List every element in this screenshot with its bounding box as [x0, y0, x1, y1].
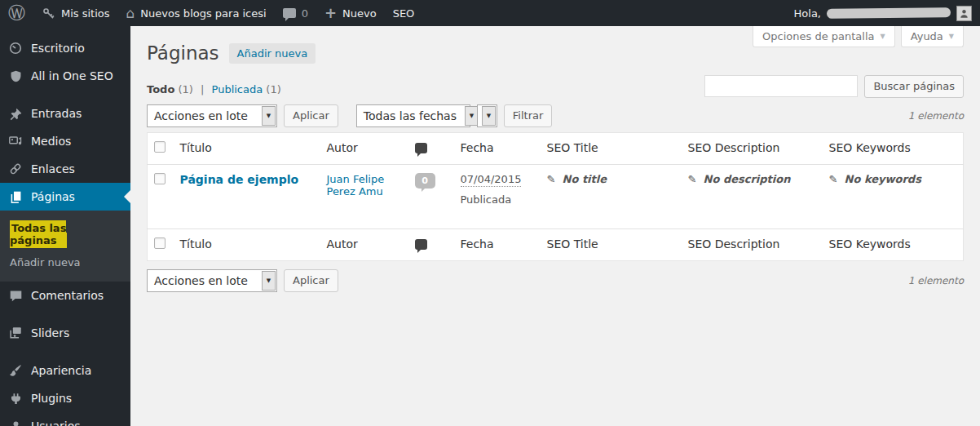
comment-count-badge[interactable]: 0 — [415, 173, 435, 189]
column-seo-keywords: SEO Keywords — [823, 132, 964, 164]
select-all-checkbox[interactable] — [154, 141, 166, 153]
view-published-count: (1) — [266, 83, 280, 95]
add-new-button[interactable]: Añadir nueva — [229, 43, 316, 64]
screen-options-label: Opciones de pantalla — [762, 30, 874, 42]
media-icon — [7, 133, 24, 149]
table-row: Página de ejemplo Juan Felipe Perez Amu … — [148, 164, 964, 229]
comments-shortcut[interactable]: 0 — [275, 0, 316, 26]
sidebar-item-links[interactable]: Enlaces — [0, 155, 130, 183]
table-header-row: Título Autor Fecha SEO Title SEO Descrip… — [148, 132, 964, 164]
column-seo-keywords: SEO Keywords — [823, 229, 964, 260]
seo-label: SEO — [393, 7, 415, 20]
chevron-down-icon: ▼ — [949, 33, 954, 40]
bulk-actions-select-bottom[interactable]: Acciones en lote ▼ — [147, 269, 277, 292]
page-status: Publicada — [461, 193, 534, 206]
sidebar-item-posts[interactable]: Entradas — [0, 100, 130, 127]
home-icon: ⌂ — [126, 7, 135, 20]
view-all-link[interactable]: Todo — [147, 83, 174, 95]
view-all-count: (1) — [178, 83, 192, 95]
view-published-link[interactable]: Publicada — [212, 83, 263, 95]
help-button[interactable]: Ayuda ▼ — [901, 26, 964, 47]
sidebar-item-dashboard[interactable]: Escritorio — [0, 34, 130, 62]
filter-button[interactable]: Filtrar — [504, 104, 553, 127]
pencil-icon[interactable]: ✎ — [547, 173, 556, 185]
submenu-add-new[interactable]: Añadir nueva — [0, 251, 130, 273]
admin-bar-account[interactable]: Hola, — [794, 6, 980, 21]
author-link[interactable]: Juan Felipe Perez Amu — [327, 173, 385, 197]
search-input[interactable] — [704, 75, 858, 97]
item-count: 1 elemento — [908, 275, 964, 286]
sidebar-item-sliders[interactable]: Sliders — [0, 319, 130, 347]
comments-column-icon[interactable] — [415, 143, 427, 153]
plus-icon: + — [324, 6, 337, 20]
greeting-label: Hola, — [794, 7, 821, 20]
submenu-all-pages[interactable]: Todas las páginas — [0, 217, 130, 251]
sidebar-item-label: Enlaces — [31, 162, 75, 175]
posts-pin-icon — [7, 105, 24, 122]
page-title-link[interactable]: Página de ejemplo — [180, 173, 299, 186]
row-checkbox[interactable] — [154, 173, 166, 184]
column-seo-title: SEO Title — [541, 132, 682, 164]
bulk-actions-select[interactable]: Acciones en lote ▼ — [147, 104, 277, 127]
admin-bar: Ⓦ Mis sitios ⌂ Nuevos blogs para icesi 0… — [0, 0, 980, 26]
column-date[interactable]: Fecha — [454, 229, 541, 260]
column-title[interactable]: Título — [174, 132, 320, 164]
apply-button[interactable]: Aplicar — [284, 104, 338, 127]
sidebar-item-label: Páginas — [31, 190, 75, 203]
table-footer-row: Título Autor Fecha SEO Title SEO Descrip… — [148, 229, 964, 260]
seo-menu[interactable]: SEO — [385, 0, 423, 26]
comment-count: 0 — [302, 7, 308, 20]
apply-button-bottom[interactable]: Aplicar — [284, 269, 338, 292]
seo-description-value: No description — [704, 173, 791, 185]
plug-icon — [7, 390, 24, 406]
site-name-menu[interactable]: ⌂ Nuevos blogs para icesi — [118, 0, 275, 26]
pages-submenu: Todas las páginas Añadir nueva — [0, 211, 130, 282]
views-separator: | — [201, 83, 204, 95]
comments-bubble-icon — [283, 8, 296, 18]
sidebar-item-users[interactable]: Usuarios — [0, 412, 130, 426]
sidebar-item-label: Comentarios — [31, 289, 104, 302]
select-arrow-icon: ▼ — [482, 106, 496, 126]
sidebar-separator — [0, 347, 130, 357]
seo-shield-icon — [7, 68, 24, 84]
sidebar-item-all-in-one-seo[interactable]: All in One SEO — [0, 62, 130, 90]
sidebar-item-label: Medios — [31, 135, 71, 148]
column-author[interactable]: Autor — [320, 132, 408, 164]
column-author[interactable]: Autor — [320, 229, 408, 260]
screen-meta-links: Opciones de pantalla ▼ Ayuda ▼ — [753, 26, 964, 47]
search-pages-button[interactable]: Buscar páginas — [864, 75, 964, 98]
select-all-checkbox[interactable] — [154, 237, 166, 249]
page-title: Páginas — [147, 42, 219, 65]
pencil-icon[interactable]: ✎ — [829, 173, 838, 185]
sidebar-item-appearance[interactable]: Apariencia — [0, 357, 130, 384]
wordpress-logo-icon: Ⓦ — [8, 5, 25, 22]
main-content: Opciones de pantalla ▼ Ayuda ▼ Páginas A… — [130, 26, 980, 426]
comments-column-icon[interactable] — [415, 239, 427, 250]
dates-filter-select[interactable]: Todas las fechas ▼ — [356, 104, 470, 127]
sidebar-item-label: Apariencia — [31, 364, 91, 377]
sidebar-item-plugins[interactable]: Plugins — [0, 384, 130, 412]
sidebar-separator — [0, 309, 130, 319]
my-sites-label: Mis sitios — [61, 7, 110, 20]
sidebar-item-pages[interactable]: Páginas — [0, 183, 130, 211]
new-content-menu[interactable]: + Nuevo — [316, 0, 385, 26]
links-chain-icon — [7, 161, 24, 177]
views-filter: Todo (1) | Publicada (1) — [147, 83, 281, 98]
column-date[interactable]: Fecha — [454, 132, 541, 164]
sliders-icon — [7, 325, 24, 341]
pencil-icon[interactable]: ✎ — [688, 173, 697, 185]
wordpress-logo-menu[interactable]: Ⓦ — [0, 0, 33, 26]
column-seo-description: SEO Description — [682, 229, 823, 260]
sidebar-separator — [0, 90, 130, 100]
my-sites-menu[interactable]: Mis sitios — [33, 0, 118, 26]
secondary-filter-select[interactable]: ▼ — [477, 104, 497, 127]
column-seo-title: SEO Title — [541, 229, 682, 260]
sidebar-item-media[interactable]: Medios — [0, 127, 130, 155]
paintbrush-icon — [7, 362, 24, 379]
sidebar-item-comments[interactable]: Comentarios — [0, 282, 130, 309]
column-title[interactable]: Título — [174, 229, 320, 260]
column-seo-description: SEO Description — [682, 132, 823, 164]
tablenav-top-actions: Acciones en lote ▼ Aplicar Todas las fec… — [147, 104, 552, 127]
screen-options-button[interactable]: Opciones de pantalla ▼ — [753, 26, 895, 47]
submenu-label: Añadir nueva — [10, 256, 81, 268]
